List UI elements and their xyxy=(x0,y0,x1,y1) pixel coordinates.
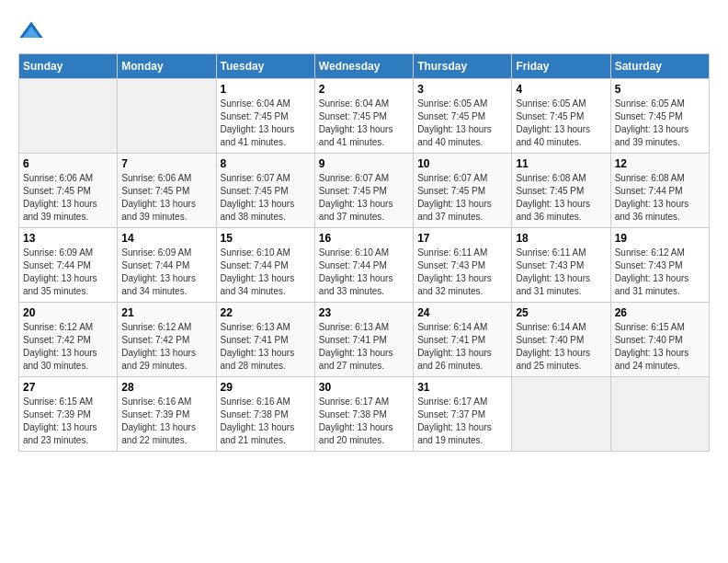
calendar-cell: 23 Sunrise: 6:13 AMSunset: 7:41 PMDaylig… xyxy=(314,303,413,377)
day-detail: Sunrise: 6:14 AMSunset: 7:41 PMDaylight:… xyxy=(417,321,507,373)
day-detail: Sunrise: 6:12 AMSunset: 7:43 PMDaylight:… xyxy=(615,247,705,298)
calendar-cell xyxy=(610,377,709,452)
day-detail: Sunrise: 6:15 AMSunset: 7:40 PMDaylight:… xyxy=(615,321,705,373)
calendar-cell: 15 Sunrise: 6:10 AMSunset: 7:44 PMDaylig… xyxy=(216,228,314,303)
day-number: 25 xyxy=(516,306,606,319)
day-number: 31 xyxy=(417,381,507,394)
day-number: 6 xyxy=(23,157,113,170)
calendar-cell: 18 Sunrise: 6:11 AMSunset: 7:43 PMDaylig… xyxy=(512,228,610,303)
weekday-header-thursday: Thursday xyxy=(414,54,512,79)
day-number: 11 xyxy=(516,157,606,170)
logo xyxy=(18,18,48,44)
weekday-header-tuesday: Tuesday xyxy=(216,54,314,79)
calendar-cell: 30 Sunrise: 6:17 AMSunset: 7:38 PMDaylig… xyxy=(314,377,413,452)
calendar-cell: 26 Sunrise: 6:15 AMSunset: 7:40 PMDaylig… xyxy=(610,303,709,377)
day-detail: Sunrise: 6:11 AMSunset: 7:43 PMDaylight:… xyxy=(516,247,606,298)
day-detail: Sunrise: 6:10 AMSunset: 7:44 PMDaylight:… xyxy=(221,247,311,298)
day-detail: Sunrise: 6:15 AMSunset: 7:39 PMDaylight:… xyxy=(23,396,113,447)
day-number: 21 xyxy=(121,306,211,319)
day-number: 5 xyxy=(615,83,705,96)
calendar-cell: 2 Sunrise: 6:04 AMSunset: 7:45 PMDayligh… xyxy=(314,79,413,154)
day-detail: Sunrise: 6:07 AMSunset: 7:45 PMDaylight:… xyxy=(319,172,409,224)
calendar-cell: 21 Sunrise: 6:12 AMSunset: 7:42 PMDaylig… xyxy=(118,303,216,377)
day-number: 24 xyxy=(417,306,507,319)
calendar-cell: 4 Sunrise: 6:05 AMSunset: 7:45 PMDayligh… xyxy=(512,79,610,154)
day-detail: Sunrise: 6:09 AMSunset: 7:44 PMDaylight:… xyxy=(23,247,113,298)
logo-icon xyxy=(18,18,44,44)
weekday-header-sunday: Sunday xyxy=(19,54,118,79)
calendar-cell: 31 Sunrise: 6:17 AMSunset: 7:37 PMDaylig… xyxy=(414,377,512,452)
calendar-cell: 3 Sunrise: 6:05 AMSunset: 7:45 PMDayligh… xyxy=(414,79,512,154)
calendar-cell: 1 Sunrise: 6:04 AMSunset: 7:45 PMDayligh… xyxy=(216,79,314,154)
day-number: 3 xyxy=(417,83,507,96)
day-detail: Sunrise: 6:08 AMSunset: 7:44 PMDaylight:… xyxy=(615,172,705,224)
day-number: 26 xyxy=(615,306,705,319)
calendar-cell: 19 Sunrise: 6:12 AMSunset: 7:43 PMDaylig… xyxy=(610,228,709,303)
weekday-header-monday: Monday xyxy=(118,54,216,79)
calendar-cell: 29 Sunrise: 6:16 AMSunset: 7:38 PMDaylig… xyxy=(216,377,314,452)
day-detail: Sunrise: 6:14 AMSunset: 7:40 PMDaylight:… xyxy=(516,321,606,373)
day-detail: Sunrise: 6:06 AMSunset: 7:45 PMDaylight:… xyxy=(23,172,113,224)
day-number: 9 xyxy=(319,157,409,170)
day-number: 4 xyxy=(516,83,606,96)
day-number: 12 xyxy=(615,157,705,170)
day-number: 22 xyxy=(221,306,311,319)
day-detail: Sunrise: 6:12 AMSunset: 7:42 PMDaylight:… xyxy=(23,321,113,373)
calendar-cell: 11 Sunrise: 6:08 AMSunset: 7:45 PMDaylig… xyxy=(512,154,610,228)
day-number: 23 xyxy=(319,306,409,319)
day-number: 2 xyxy=(319,83,409,96)
day-number: 16 xyxy=(319,232,409,245)
calendar-cell xyxy=(512,377,610,452)
day-number: 27 xyxy=(23,381,113,394)
weekday-header-saturday: Saturday xyxy=(610,54,709,79)
day-number: 15 xyxy=(221,232,311,245)
day-detail: Sunrise: 6:16 AMSunset: 7:38 PMDaylight:… xyxy=(221,396,311,447)
calendar-cell: 28 Sunrise: 6:16 AMSunset: 7:39 PMDaylig… xyxy=(118,377,216,452)
day-number: 17 xyxy=(417,232,507,245)
day-detail: Sunrise: 6:05 AMSunset: 7:45 PMDaylight:… xyxy=(615,98,705,149)
day-number: 20 xyxy=(23,306,113,319)
day-detail: Sunrise: 6:04 AMSunset: 7:45 PMDaylight:… xyxy=(221,98,311,149)
day-detail: Sunrise: 6:17 AMSunset: 7:37 PMDaylight:… xyxy=(417,396,507,447)
calendar-cell: 20 Sunrise: 6:12 AMSunset: 7:42 PMDaylig… xyxy=(19,303,118,377)
day-number: 10 xyxy=(417,157,507,170)
page-header xyxy=(18,18,710,44)
day-detail: Sunrise: 6:06 AMSunset: 7:45 PMDaylight:… xyxy=(121,172,211,224)
calendar-cell: 8 Sunrise: 6:07 AMSunset: 7:45 PMDayligh… xyxy=(216,154,314,228)
calendar-cell: 17 Sunrise: 6:11 AMSunset: 7:43 PMDaylig… xyxy=(414,228,512,303)
day-detail: Sunrise: 6:17 AMSunset: 7:38 PMDaylight:… xyxy=(319,396,409,447)
day-number: 7 xyxy=(121,157,211,170)
day-detail: Sunrise: 6:13 AMSunset: 7:41 PMDaylight:… xyxy=(221,321,311,373)
calendar-cell: 14 Sunrise: 6:09 AMSunset: 7:44 PMDaylig… xyxy=(118,228,216,303)
day-detail: Sunrise: 6:07 AMSunset: 7:45 PMDaylight:… xyxy=(417,172,507,224)
calendar-cell: 24 Sunrise: 6:14 AMSunset: 7:41 PMDaylig… xyxy=(414,303,512,377)
day-number: 1 xyxy=(221,83,311,96)
day-number: 14 xyxy=(121,232,211,245)
day-detail: Sunrise: 6:09 AMSunset: 7:44 PMDaylight:… xyxy=(121,247,211,298)
day-number: 18 xyxy=(516,232,606,245)
calendar-cell: 6 Sunrise: 6:06 AMSunset: 7:45 PMDayligh… xyxy=(19,154,118,228)
calendar-table: SundayMondayTuesdayWednesdayThursdayFrid… xyxy=(18,53,710,452)
day-detail: Sunrise: 6:11 AMSunset: 7:43 PMDaylight:… xyxy=(417,247,507,298)
calendar-cell: 12 Sunrise: 6:08 AMSunset: 7:44 PMDaylig… xyxy=(610,154,709,228)
calendar-cell: 5 Sunrise: 6:05 AMSunset: 7:45 PMDayligh… xyxy=(610,79,709,154)
day-detail: Sunrise: 6:10 AMSunset: 7:44 PMDaylight:… xyxy=(319,247,409,298)
calendar-cell: 22 Sunrise: 6:13 AMSunset: 7:41 PMDaylig… xyxy=(216,303,314,377)
day-detail: Sunrise: 6:16 AMSunset: 7:39 PMDaylight:… xyxy=(121,396,211,447)
day-number: 28 xyxy=(121,381,211,394)
calendar-cell: 27 Sunrise: 6:15 AMSunset: 7:39 PMDaylig… xyxy=(19,377,118,452)
day-number: 13 xyxy=(23,232,113,245)
calendar-cell: 16 Sunrise: 6:10 AMSunset: 7:44 PMDaylig… xyxy=(314,228,413,303)
weekday-header-wednesday: Wednesday xyxy=(314,54,413,79)
day-detail: Sunrise: 6:12 AMSunset: 7:42 PMDaylight:… xyxy=(121,321,211,373)
day-detail: Sunrise: 6:08 AMSunset: 7:45 PMDaylight:… xyxy=(516,172,606,224)
day-number: 19 xyxy=(615,232,705,245)
weekday-header-friday: Friday xyxy=(512,54,610,79)
calendar-cell: 7 Sunrise: 6:06 AMSunset: 7:45 PMDayligh… xyxy=(118,154,216,228)
day-number: 8 xyxy=(221,157,311,170)
day-detail: Sunrise: 6:13 AMSunset: 7:41 PMDaylight:… xyxy=(319,321,409,373)
day-detail: Sunrise: 6:05 AMSunset: 7:45 PMDaylight:… xyxy=(417,98,507,149)
calendar-cell: 25 Sunrise: 6:14 AMSunset: 7:40 PMDaylig… xyxy=(512,303,610,377)
day-detail: Sunrise: 6:05 AMSunset: 7:45 PMDaylight:… xyxy=(516,98,606,149)
calendar-cell: 13 Sunrise: 6:09 AMSunset: 7:44 PMDaylig… xyxy=(19,228,118,303)
